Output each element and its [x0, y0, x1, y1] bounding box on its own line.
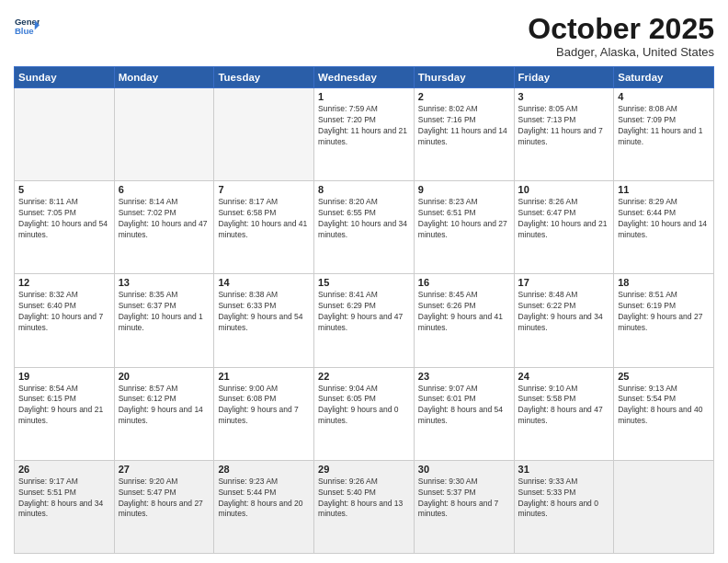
day-info: Sunrise: 8:57 AM Sunset: 6:12 PM Dayligh…	[119, 384, 210, 428]
day-number: 22	[318, 371, 410, 382]
svg-text:Blue: Blue	[15, 26, 34, 36]
day-cell: 12Sunrise: 8:32 AM Sunset: 6:40 PM Dayli…	[15, 274, 115, 367]
day-cell: 17Sunrise: 8:48 AM Sunset: 6:22 PM Dayli…	[514, 274, 614, 367]
day-number: 14	[218, 277, 310, 288]
day-cell: 6Sunrise: 8:14 AM Sunset: 7:02 PM Daylig…	[114, 181, 214, 274]
day-cell: 24Sunrise: 9:10 AM Sunset: 5:58 PM Dayli…	[514, 367, 614, 460]
day-info: Sunrise: 9:00 AM Sunset: 6:08 PM Dayligh…	[218, 384, 310, 428]
day-cell: 4Sunrise: 8:08 AM Sunset: 7:09 PM Daylig…	[614, 88, 714, 181]
day-info: Sunrise: 8:11 AM Sunset: 7:05 PM Dayligh…	[18, 197, 110, 241]
day-info: Sunrise: 8:23 AM Sunset: 6:51 PM Dayligh…	[418, 197, 510, 241]
day-info: Sunrise: 8:32 AM Sunset: 6:40 PM Dayligh…	[18, 290, 110, 334]
day-cell: 23Sunrise: 9:07 AM Sunset: 6:01 PM Dayli…	[414, 367, 514, 460]
col-header-sunday: Sunday	[15, 67, 115, 88]
day-info: Sunrise: 9:17 AM Sunset: 5:51 PM Dayligh…	[18, 477, 110, 521]
day-cell	[614, 460, 714, 553]
day-number: 10	[518, 184, 610, 195]
day-number: 15	[318, 277, 410, 288]
col-header-monday: Monday	[114, 67, 214, 88]
day-cell: 22Sunrise: 9:04 AM Sunset: 6:05 PM Dayli…	[314, 367, 415, 460]
day-info: Sunrise: 8:41 AM Sunset: 6:29 PM Dayligh…	[318, 290, 410, 334]
day-info: Sunrise: 9:07 AM Sunset: 6:01 PM Dayligh…	[418, 384, 510, 428]
day-number: 8	[318, 184, 410, 195]
logo-icon: General Blue	[14, 14, 40, 40]
day-info: Sunrise: 9:20 AM Sunset: 5:47 PM Dayligh…	[119, 477, 210, 521]
day-info: Sunrise: 8:05 AM Sunset: 7:13 PM Dayligh…	[518, 104, 610, 148]
day-number: 17	[518, 277, 610, 288]
day-number: 1	[318, 91, 410, 102]
col-header-saturday: Saturday	[614, 67, 714, 88]
day-info: Sunrise: 8:35 AM Sunset: 6:37 PM Dayligh…	[119, 290, 210, 334]
day-cell	[15, 88, 115, 181]
day-cell: 16Sunrise: 8:45 AM Sunset: 6:26 PM Dayli…	[414, 274, 514, 367]
day-cell: 18Sunrise: 8:51 AM Sunset: 6:19 PM Dayli…	[614, 274, 714, 367]
day-cell: 3Sunrise: 8:05 AM Sunset: 7:13 PM Daylig…	[514, 88, 614, 181]
day-info: Sunrise: 8:08 AM Sunset: 7:09 PM Dayligh…	[618, 104, 710, 148]
week-row-3: 12Sunrise: 8:32 AM Sunset: 6:40 PM Dayli…	[15, 274, 714, 367]
day-cell: 15Sunrise: 8:41 AM Sunset: 6:29 PM Dayli…	[314, 274, 415, 367]
day-number: 11	[618, 184, 710, 195]
day-number: 12	[18, 277, 110, 288]
day-info: Sunrise: 8:38 AM Sunset: 6:33 PM Dayligh…	[218, 290, 310, 334]
day-number: 2	[418, 91, 510, 102]
day-number: 9	[418, 184, 510, 195]
day-cell: 31Sunrise: 9:33 AM Sunset: 5:33 PM Dayli…	[514, 460, 614, 553]
day-info: Sunrise: 8:51 AM Sunset: 6:19 PM Dayligh…	[618, 290, 710, 334]
day-cell: 8Sunrise: 8:20 AM Sunset: 6:55 PM Daylig…	[314, 181, 415, 274]
day-cell: 14Sunrise: 8:38 AM Sunset: 6:33 PM Dayli…	[214, 274, 314, 367]
calendar-table: SundayMondayTuesdayWednesdayThursdayFrid…	[14, 66, 714, 554]
day-number: 18	[618, 277, 710, 288]
week-row-4: 19Sunrise: 8:54 AM Sunset: 6:15 PM Dayli…	[15, 367, 714, 460]
logo: General Blue	[14, 14, 40, 40]
month-title: October 2025	[528, 14, 714, 43]
day-number: 5	[18, 184, 110, 195]
day-cell: 10Sunrise: 8:26 AM Sunset: 6:47 PM Dayli…	[514, 181, 614, 274]
day-cell: 1Sunrise: 7:59 AM Sunset: 7:20 PM Daylig…	[314, 88, 415, 181]
day-info: Sunrise: 8:45 AM Sunset: 6:26 PM Dayligh…	[418, 290, 510, 334]
day-number: 4	[618, 91, 710, 102]
day-cell	[114, 88, 214, 181]
day-number: 31	[518, 464, 610, 475]
day-number: 30	[418, 464, 510, 475]
day-info: Sunrise: 9:10 AM Sunset: 5:58 PM Dayligh…	[518, 384, 610, 428]
col-header-friday: Friday	[514, 67, 614, 88]
day-info: Sunrise: 8:48 AM Sunset: 6:22 PM Dayligh…	[518, 290, 610, 334]
location: Badger, Alaska, United States	[528, 45, 714, 59]
day-cell: 21Sunrise: 9:00 AM Sunset: 6:08 PM Dayli…	[214, 367, 314, 460]
header: General Blue October 2025 Badger, Alaska…	[14, 14, 714, 59]
day-number: 23	[418, 371, 510, 382]
day-info: Sunrise: 9:23 AM Sunset: 5:44 PM Dayligh…	[218, 477, 310, 521]
day-cell	[214, 88, 314, 181]
week-row-5: 26Sunrise: 9:17 AM Sunset: 5:51 PM Dayli…	[15, 460, 714, 553]
day-info: Sunrise: 8:26 AM Sunset: 6:47 PM Dayligh…	[518, 197, 610, 241]
day-cell: 2Sunrise: 8:02 AM Sunset: 7:16 PM Daylig…	[414, 88, 514, 181]
day-cell: 13Sunrise: 8:35 AM Sunset: 6:37 PM Dayli…	[114, 274, 214, 367]
week-row-1: 1Sunrise: 7:59 AM Sunset: 7:20 PM Daylig…	[15, 88, 714, 181]
day-info: Sunrise: 9:26 AM Sunset: 5:40 PM Dayligh…	[318, 477, 410, 521]
day-info: Sunrise: 8:54 AM Sunset: 6:15 PM Dayligh…	[18, 384, 110, 428]
day-info: Sunrise: 9:30 AM Sunset: 5:37 PM Dayligh…	[418, 477, 510, 521]
day-cell: 26Sunrise: 9:17 AM Sunset: 5:51 PM Dayli…	[15, 460, 115, 553]
day-number: 21	[218, 371, 310, 382]
day-cell: 27Sunrise: 9:20 AM Sunset: 5:47 PM Dayli…	[114, 460, 214, 553]
day-cell: 11Sunrise: 8:29 AM Sunset: 6:44 PM Dayli…	[614, 181, 714, 274]
day-cell: 5Sunrise: 8:11 AM Sunset: 7:05 PM Daylig…	[15, 181, 115, 274]
day-info: Sunrise: 8:29 AM Sunset: 6:44 PM Dayligh…	[618, 197, 710, 241]
col-header-thursday: Thursday	[414, 67, 514, 88]
day-number: 20	[119, 371, 210, 382]
day-cell: 19Sunrise: 8:54 AM Sunset: 6:15 PM Dayli…	[15, 367, 115, 460]
calendar-header-row: SundayMondayTuesdayWednesdayThursdayFrid…	[15, 67, 714, 88]
day-number: 13	[119, 277, 210, 288]
day-number: 26	[18, 464, 110, 475]
title-section: October 2025 Badger, Alaska, United Stat…	[528, 14, 714, 59]
day-number: 19	[18, 371, 110, 382]
day-info: Sunrise: 8:14 AM Sunset: 7:02 PM Dayligh…	[119, 197, 210, 241]
day-info: Sunrise: 8:20 AM Sunset: 6:55 PM Dayligh…	[318, 197, 410, 241]
col-header-tuesday: Tuesday	[214, 67, 314, 88]
day-number: 29	[318, 464, 410, 475]
day-number: 7	[218, 184, 310, 195]
day-info: Sunrise: 8:02 AM Sunset: 7:16 PM Dayligh…	[418, 104, 510, 148]
day-number: 28	[218, 464, 310, 475]
day-info: Sunrise: 9:33 AM Sunset: 5:33 PM Dayligh…	[518, 477, 610, 521]
week-row-2: 5Sunrise: 8:11 AM Sunset: 7:05 PM Daylig…	[15, 181, 714, 274]
